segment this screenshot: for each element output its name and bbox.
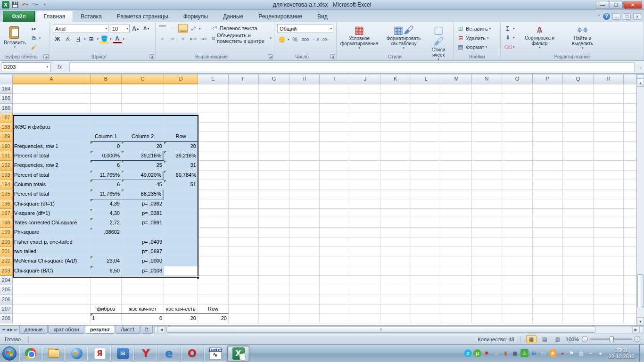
formula-bar-expand-icon[interactable]: ⌄ [639,65,642,69]
cell-O189[interactable] [502,132,533,141]
taskbar-app-yandex-app[interactable]: Я [89,346,111,362]
cell-F208[interactable] [229,314,259,323]
cell-D202[interactable] [164,256,198,266]
cell-Q200[interactable] [563,238,594,247]
cell-N186[interactable] [472,104,502,113]
delete-cells-button[interactable]: ⊟Удалить▾ [455,34,492,42]
cell-J187[interactable] [350,113,380,123]
cell-B191[interactable]: 0,000% [91,151,122,161]
cell-R184[interactable] [594,84,624,94]
cell-O193[interactable] [502,171,533,180]
ribbon-tab-Вставка[interactable]: Вставка [73,11,109,22]
cell-C198[interactable]: p= ,0991 [122,218,164,228]
cell-B194[interactable]: 6 [91,180,122,189]
cell-J185[interactable] [350,94,380,103]
bold-button[interactable]: Ж [53,34,62,43]
find-select-button[interactable]: ⌖⌖ Найти и выделить▾ [562,23,603,53]
font-size-select[interactable]: 10▾ [110,24,130,33]
column-header-B[interactable]: B [91,74,122,84]
cell-O184[interactable] [502,84,533,94]
cell-P184[interactable] [533,84,563,94]
cell-C200[interactable]: p= ,0409 [122,238,164,247]
cell-O187[interactable] [502,113,533,123]
cell-A207[interactable] [13,304,91,314]
cell-K197[interactable] [380,209,411,218]
cell-A204[interactable] [13,276,91,285]
tray-utorrent-icon[interactable]: µ [473,349,481,357]
last-sheet-icon[interactable]: ⏭ [14,328,17,332]
cut-button[interactable]: ✂ [29,25,42,33]
cell-K188[interactable] [380,123,411,132]
cell-I193[interactable] [320,171,350,180]
cell-I194[interactable] [320,180,350,189]
cell-K203[interactable] [380,266,411,276]
cell-N203[interactable] [472,266,502,276]
cell-E184[interactable] [198,84,229,94]
cell-Q191[interactable] [563,151,594,161]
alignment-dialog-launcher[interactable]: ◢ [268,54,273,59]
cell-K198[interactable] [380,218,411,228]
cell-M201[interactable] [441,247,472,256]
cell-R207[interactable] [594,304,624,314]
cell-Q194[interactable] [563,180,594,189]
row-header-199[interactable]: 199 [0,228,13,237]
cell-P187[interactable] [533,113,563,123]
cell-L185[interactable] [411,94,441,103]
zoom-in-icon[interactable]: + [634,336,640,342]
cell-A201[interactable]: two-tailed [13,247,91,256]
cell-Q205[interactable] [563,285,594,295]
cell-H191[interactable] [289,151,320,161]
ribbon-tab-Рецензирование[interactable]: Рецензирование [251,11,310,22]
cell-Q193[interactable] [563,171,594,180]
cell-J198[interactable] [350,218,380,228]
cell-C189[interactable]: Column 2 [122,132,164,141]
cell-D187[interactable] [164,113,198,123]
cell-E203[interactable] [198,266,229,276]
font-color-button[interactable]: А [113,34,122,43]
cell-P205[interactable] [533,285,563,295]
cell-E191[interactable] [198,151,229,161]
cell-N195[interactable] [472,189,502,199]
column-header-L[interactable]: L [411,74,441,84]
cell-D203[interactable] [164,266,198,276]
cell-N196[interactable] [472,199,502,209]
column-header-R[interactable]: R [594,74,624,84]
cell-O186[interactable] [502,104,533,113]
cell-Q197[interactable] [563,209,594,218]
cell-N185[interactable] [472,94,502,103]
column-header-E[interactable]: E [198,74,229,84]
cell-K189[interactable] [380,132,411,141]
cell-O205[interactable] [502,285,533,295]
column-header-O[interactable]: O [502,74,533,84]
cell-O192[interactable] [502,161,533,170]
cell-N192[interactable] [472,161,502,170]
cell-A208[interactable] [13,314,91,323]
cell-B189[interactable]: Column 1 [91,132,122,141]
cell-I191[interactable] [320,151,350,161]
cell-B187[interactable] [91,113,122,123]
cell-G186[interactable] [259,104,289,113]
cell-B205[interactable] [91,285,122,295]
accounting-format-button[interactable]: 🪙 [277,35,287,44]
column-header-H[interactable]: H [289,74,320,84]
cell-M187[interactable] [441,113,472,123]
tray-action-center-icon[interactable]: ⚑ [568,349,576,357]
zoom-slider[interactable]: − + [582,336,640,342]
cell-E198[interactable] [198,218,229,228]
cell-G205[interactable] [259,285,289,295]
conditional-formatting-button[interactable]: ▦ Условное форматирование▾ [338,23,381,53]
cell-E186[interactable] [198,104,229,113]
cell-C202[interactable]: p= ,0000 [122,256,164,266]
cell-N204[interactable] [472,276,502,285]
row-header-196[interactable]: 196 [0,199,13,209]
insert-cells-button[interactable]: ⊞Вставить▾ [455,25,492,33]
scroll-left-icon[interactable]: ◀ [158,326,165,333]
cell-J194[interactable] [350,180,380,189]
cell-I192[interactable] [320,161,350,170]
cell-C197[interactable]: p= ,0381 [122,209,164,218]
cell-J207[interactable] [350,304,380,314]
cell-L205[interactable] [411,285,441,295]
tray-speaker-icon[interactable]: ◂ [596,349,604,357]
cell-C208[interactable]: 0 [122,314,164,323]
cell-L195[interactable] [411,189,441,199]
